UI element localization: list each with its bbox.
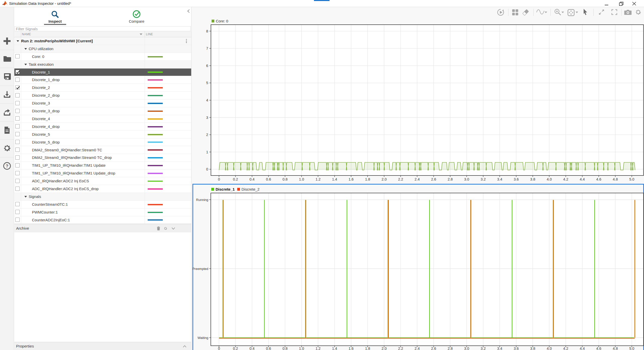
svg-text:3.0: 3.0 <box>464 177 469 181</box>
svg-text:0.8: 0.8 <box>283 177 288 181</box>
svg-text:3.2: 3.2 <box>481 346 486 350</box>
svg-text:2.0: 2.0 <box>382 346 387 350</box>
svg-text:1.0: 1.0 <box>299 177 304 181</box>
svg-text:5.0: 5.0 <box>629 177 634 181</box>
svg-text:2.0: 2.0 <box>382 177 387 181</box>
svg-text:0.2: 0.2 <box>233 177 238 181</box>
svg-text:8: 8 <box>206 29 208 33</box>
svg-text:4.6: 4.6 <box>596 346 601 350</box>
svg-text:0: 0 <box>218 177 220 181</box>
svg-text:0: 0 <box>206 167 208 171</box>
svg-text:5: 5 <box>206 81 208 85</box>
svg-text:3.8: 3.8 <box>530 346 535 350</box>
svg-text:1.0: 1.0 <box>299 346 304 350</box>
svg-text:3.6: 3.6 <box>514 346 519 350</box>
svg-text:1.8: 1.8 <box>365 346 370 350</box>
svg-text:0.2: 0.2 <box>233 346 238 350</box>
svg-text:2.2: 2.2 <box>398 346 403 350</box>
svg-text:4.8: 4.8 <box>613 177 618 181</box>
svg-text:4.2: 4.2 <box>563 177 568 181</box>
svg-text:7: 7 <box>206 46 208 50</box>
svg-text:0.6: 0.6 <box>266 346 271 350</box>
svg-text:1.8: 1.8 <box>365 177 370 181</box>
svg-text:3.8: 3.8 <box>530 177 535 181</box>
svg-text:4.8: 4.8 <box>613 346 618 350</box>
svg-text:6: 6 <box>206 64 208 68</box>
svg-text:3.4: 3.4 <box>497 346 502 350</box>
svg-text:Discrete_2: Discrete_2 <box>242 187 260 191</box>
svg-text:5.0: 5.0 <box>629 346 634 350</box>
svg-text:2.8: 2.8 <box>448 177 453 181</box>
svg-text:3: 3 <box>206 116 208 120</box>
svg-text:2.2: 2.2 <box>398 177 403 181</box>
svg-text:0.8: 0.8 <box>283 346 288 350</box>
svg-text:4.4: 4.4 <box>580 346 585 350</box>
svg-text:4.0: 4.0 <box>547 346 552 350</box>
svg-text:4.4: 4.4 <box>580 177 585 181</box>
svg-text:3.0: 3.0 <box>464 346 469 350</box>
svg-text:Core: 0: Core: 0 <box>216 19 228 23</box>
svg-text:Preempted: Preempted <box>192 267 208 271</box>
svg-text:4: 4 <box>206 98 208 102</box>
svg-text:Running: Running <box>196 198 208 202</box>
svg-text:1.4: 1.4 <box>332 177 337 181</box>
svg-text:4.2: 4.2 <box>563 346 568 350</box>
svg-text:1.2: 1.2 <box>315 177 320 181</box>
svg-text:3.2: 3.2 <box>481 177 486 181</box>
svg-text:2: 2 <box>206 133 208 137</box>
svg-text:1.6: 1.6 <box>349 346 354 350</box>
svg-text:2.4: 2.4 <box>415 177 420 181</box>
svg-text:1.4: 1.4 <box>332 346 337 350</box>
svg-text:2.6: 2.6 <box>431 346 436 350</box>
svg-text:2.8: 2.8 <box>448 346 453 350</box>
svg-text:1.6: 1.6 <box>349 177 354 181</box>
svg-text:2.4: 2.4 <box>415 346 420 350</box>
svg-text:4.6: 4.6 <box>596 177 601 181</box>
svg-text:0.4: 0.4 <box>250 346 255 350</box>
svg-text:0: 0 <box>218 346 220 350</box>
svg-text:0.4: 0.4 <box>250 177 255 181</box>
svg-text:4.0: 4.0 <box>547 177 552 181</box>
svg-text:1.2: 1.2 <box>315 346 320 350</box>
svg-text:3.4: 3.4 <box>497 177 502 181</box>
svg-text:Discrete_1: Discrete_1 <box>216 187 235 191</box>
svg-text:Waiting: Waiting <box>197 336 208 340</box>
svg-text:1: 1 <box>206 150 208 154</box>
svg-text:2.6: 2.6 <box>431 177 436 181</box>
svg-text:0.6: 0.6 <box>266 177 271 181</box>
svg-text:3.6: 3.6 <box>514 177 519 181</box>
